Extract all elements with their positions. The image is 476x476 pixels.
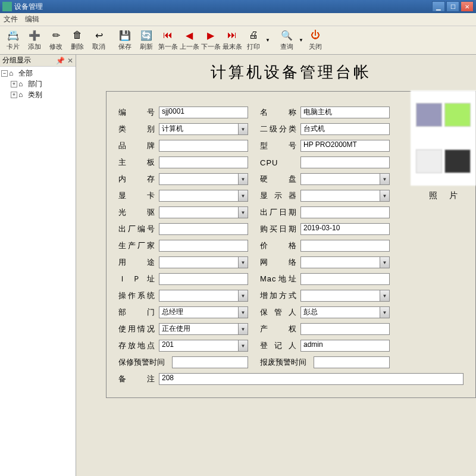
- chevron-down-icon[interactable]: ▼: [238, 174, 248, 184]
- keeper-input[interactable]: 彭总▼: [300, 306, 390, 318]
- cpu-input[interactable]: [300, 156, 390, 168]
- chevron-down-icon[interactable]: ▼: [238, 257, 248, 268]
- menu-edit[interactable]: 编辑: [25, 14, 39, 24]
- network-input[interactable]: ▼: [300, 256, 390, 268]
- delete-icon: 🗑: [71, 29, 83, 41]
- manufacturer-input[interactable]: [159, 240, 248, 252]
- photo-box[interactable]: [411, 90, 476, 186]
- location-input[interactable]: 201▼: [159, 340, 248, 352]
- chevron-down-icon[interactable]: ▼: [238, 307, 248, 318]
- ownership-input[interactable]: [300, 323, 390, 335]
- first-icon: ⏮: [162, 29, 174, 41]
- collapse-icon[interactable]: −: [1, 70, 8, 77]
- monitor-input[interactable]: ▼: [300, 190, 390, 202]
- print-icon: 🖨: [248, 29, 259, 41]
- ip-label: ＩＰ址: [118, 274, 159, 284]
- scrap-input[interactable]: [314, 356, 390, 368]
- minimize-button[interactable]: ▁: [432, 1, 445, 12]
- tree-root-label: 全部: [18, 68, 33, 79]
- memory-input[interactable]: ▼: [159, 173, 248, 185]
- tree-node-category[interactable]: + ⌂ 类别: [1, 89, 74, 100]
- chevron-down-icon[interactable]: ▼: [238, 124, 248, 134]
- chevron-down-icon[interactable]: ▼: [238, 340, 248, 351]
- status-label: 使用情况: [118, 324, 159, 334]
- pin-icon[interactable]: 📌: [56, 57, 65, 65]
- print-button[interactable]: 🖨打印: [243, 27, 264, 54]
- chevron-down-icon[interactable]: ▼: [380, 307, 389, 318]
- addmethod-input[interactable]: ▼: [300, 290, 390, 302]
- refresh-button[interactable]: 🔄刷新: [136, 27, 157, 54]
- mac-input[interactable]: [300, 273, 390, 285]
- maximize-button[interactable]: ☐: [446, 1, 459, 12]
- mainboard-input[interactable]: [159, 156, 248, 168]
- window-title: 设备管理: [14, 2, 432, 12]
- ip-input[interactable]: [159, 273, 248, 285]
- status-input[interactable]: 正在使用▼: [159, 323, 248, 335]
- tree-node-label: 类别: [28, 90, 42, 100]
- chevron-down-icon[interactable]: ▼: [238, 324, 248, 334]
- titlebar: 设备管理 ▁ ☐ ✕: [0, 0, 476, 13]
- mfgdate-input[interactable]: [300, 206, 390, 218]
- last-button[interactable]: ⏭最末条: [221, 27, 243, 54]
- chevron-down-icon[interactable]: ▼: [380, 190, 389, 201]
- chevron-down-icon[interactable]: ▼: [238, 207, 248, 218]
- close-icon: ⏻: [309, 29, 321, 41]
- add-button[interactable]: ➕添加: [24, 27, 45, 54]
- prev-button[interactable]: ◀上一条: [178, 27, 200, 54]
- chevron-down-icon[interactable]: ▼: [380, 290, 389, 301]
- search-icon: 🔍: [281, 29, 293, 41]
- photo-thumb: [416, 103, 442, 127]
- gpu-input[interactable]: ▼: [159, 190, 248, 202]
- scrap-label: 报废预警时间: [260, 357, 314, 368]
- usage-input[interactable]: ▼: [159, 256, 248, 268]
- cancel-button[interactable]: ↩取消: [88, 27, 109, 54]
- first-button[interactable]: ⏮第一条: [157, 27, 178, 54]
- name-input[interactable]: 电脑主机: [300, 107, 390, 118]
- chevron-down-icon[interactable]: ▼: [238, 190, 248, 201]
- addmethod-label: 增加方式: [260, 290, 300, 301]
- sidebar-close-icon[interactable]: ✕: [67, 57, 73, 65]
- location-label: 存放地点: [118, 340, 159, 351]
- delete-button[interactable]: 🗑删除: [67, 27, 88, 54]
- cdrom-input[interactable]: ▼: [159, 206, 248, 218]
- model-input[interactable]: HP PRO2000MT: [300, 140, 390, 152]
- content-area: 计算机设备管理台帐 照片 编 号sjj0001类 别计算机▼品 牌主 板内 存▼…: [76, 55, 476, 476]
- id-input[interactable]: sjj0001: [159, 107, 248, 118]
- card-button[interactable]: 📇卡片: [2, 27, 24, 54]
- chevron-down-icon[interactable]: ▼: [380, 257, 389, 268]
- modify-button[interactable]: ✏修改: [45, 27, 67, 54]
- menu-file[interactable]: 文件: [4, 14, 18, 24]
- expand-icon[interactable]: +: [11, 92, 17, 98]
- close-window-button[interactable]: ✕: [461, 1, 474, 12]
- id-label: 编 号: [118, 107, 159, 118]
- os-input[interactable]: ▼: [159, 290, 248, 302]
- serial-input[interactable]: [159, 223, 248, 235]
- tree-root[interactable]: − ⌂ 全部: [1, 68, 74, 79]
- hdd-input[interactable]: ▼: [300, 173, 390, 185]
- price-input[interactable]: [300, 240, 390, 252]
- expand-icon[interactable]: +: [11, 81, 17, 87]
- warranty-input[interactable]: [172, 356, 248, 368]
- category-input[interactable]: 计算机▼: [159, 123, 248, 135]
- subcat-input[interactable]: 台式机: [300, 123, 390, 135]
- keeper-label: 保管人: [260, 307, 300, 318]
- undo-icon: ↩: [93, 29, 105, 41]
- tree-node-dept[interactable]: + ⌂ 部门: [1, 79, 74, 89]
- query-dropdown-icon[interactable]: ▼: [298, 37, 305, 43]
- dept-input[interactable]: 总经理▼: [159, 306, 248, 318]
- next-button[interactable]: ▶下一条: [200, 27, 221, 54]
- cdrom-label: 光 驱: [118, 207, 159, 218]
- close-button[interactable]: ⏻关闭: [305, 27, 326, 54]
- buydate-input[interactable]: 2019-03-10: [300, 223, 390, 235]
- print-dropdown-icon[interactable]: ▼: [264, 37, 271, 43]
- home-icon: ⌂: [9, 69, 17, 77]
- brand-input[interactable]: [159, 140, 248, 152]
- chevron-down-icon[interactable]: ▼: [380, 174, 389, 184]
- chevron-down-icon[interactable]: ▼: [238, 290, 248, 301]
- registrar-input[interactable]: admin: [300, 340, 390, 352]
- remark-input[interactable]: 208: [159, 373, 464, 385]
- mfgdate-label: 出厂日期: [260, 207, 300, 218]
- cpu-label: CPU: [260, 158, 300, 167]
- query-button[interactable]: 🔍查询: [276, 27, 298, 54]
- save-button[interactable]: 💾保存: [114, 27, 136, 54]
